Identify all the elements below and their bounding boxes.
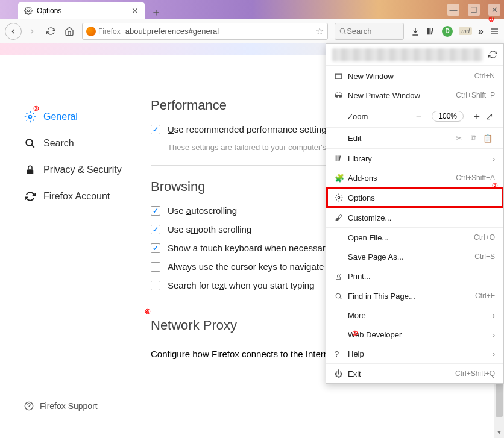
- annotation-5: ⑤: [352, 330, 358, 337]
- cut-icon[interactable]: ✂: [452, 134, 466, 143]
- back-button[interactable]: [5, 23, 22, 40]
- lock-icon: [24, 164, 36, 175]
- urlbar[interactable]: Firefox about:preferences#general ☆: [82, 23, 328, 40]
- sidebar-item-general[interactable]: General ③: [24, 104, 139, 130]
- fullscreen-icon[interactable]: ⤢: [483, 111, 495, 122]
- zoom-in-button[interactable]: ＋: [471, 110, 483, 123]
- search-input[interactable]: [347, 27, 395, 36]
- annotation-2: ②: [492, 182, 498, 190]
- mask-icon: 🕶: [335, 91, 348, 100]
- gear-icon: [24, 111, 36, 123]
- overflow-icon[interactable]: »: [478, 26, 484, 37]
- toolbar: Firefox about:preferences#general ☆ D md…: [0, 19, 504, 43]
- forward-button[interactable]: [24, 23, 40, 40]
- svg-point-0: [27, 10, 30, 12]
- sidebar-item-privacy[interactable]: Privacy & Security: [24, 157, 139, 183]
- menu-new-window[interactable]: 🗔New WindowCtrl+N: [326, 66, 503, 86]
- menu-edit: Edit ✂ ⧉ 📋: [326, 128, 503, 148]
- svg-point-8: [29, 116, 32, 119]
- copy-icon[interactable]: ⧉: [466, 133, 480, 143]
- svg-point-16: [336, 293, 341, 298]
- search-icon: [339, 27, 347, 35]
- tab-title: Options: [37, 7, 131, 15]
- url-text[interactable]: about:preferences#general: [125, 27, 316, 36]
- sidebar-item-account[interactable]: Firefox Account: [24, 183, 139, 210]
- firefox-support-link[interactable]: Firefox Support: [24, 401, 98, 411]
- browser-tab[interactable]: Options ✕: [18, 2, 145, 19]
- svg-point-1: [340, 28, 345, 33]
- svg-rect-2: [427, 28, 429, 34]
- menu-new-private[interactable]: 🕶New Private WindowCtrl+Shift+P: [326, 86, 503, 105]
- svg-rect-12: [336, 155, 337, 161]
- checkbox-icon[interactable]: [151, 243, 160, 253]
- menu-more[interactable]: More›: [326, 305, 503, 325]
- checkbox-icon[interactable]: [151, 262, 160, 272]
- checkbox-icon[interactable]: [151, 125, 160, 134]
- search-icon: [24, 138, 36, 149]
- downloads-icon[interactable]: [411, 27, 420, 36]
- firefox-logo-icon: [86, 27, 96, 36]
- scroll-down-icon[interactable]: ▼: [494, 428, 504, 438]
- svg-rect-10: [27, 169, 34, 174]
- svg-rect-14: [339, 155, 341, 161]
- sidebar: General ③ Search Privacy & Security Fire…: [0, 55, 139, 438]
- bookmark-star-icon[interactable]: ☆: [315, 25, 324, 37]
- question-icon: ?: [335, 349, 348, 358]
- new-tab-button[interactable]: ＋: [147, 5, 165, 19]
- menu-zoom: Zoom − 100% ＋ ⤢: [326, 105, 503, 127]
- sidebar-label: Search: [43, 138, 74, 149]
- zoom-value[interactable]: 100%: [432, 111, 464, 122]
- menu-addons[interactable]: 🧩Add-onsCtrl+Shift+A: [326, 168, 503, 187]
- hamburger-menu-button[interactable]: [490, 27, 499, 36]
- question-icon: [24, 401, 34, 411]
- library-icon: [335, 154, 348, 163]
- search-box[interactable]: [335, 23, 404, 40]
- menu-options[interactable]: ② Options: [326, 187, 503, 208]
- svg-rect-3: [430, 28, 431, 34]
- close-window-button[interactable]: ✕: [488, 4, 500, 16]
- account-blurred: [332, 48, 482, 61]
- checkbox-icon[interactable]: [151, 225, 160, 234]
- menu-exit[interactable]: ⏻ExitCtrl+Shift+Q: [326, 364, 503, 383]
- annotation-3: ③: [33, 105, 39, 113]
- maximize-button[interactable]: ☐: [468, 4, 480, 16]
- menu-save-as[interactable]: Save Page As...Ctrl+S: [326, 247, 503, 266]
- close-tab-icon[interactable]: ✕: [131, 6, 139, 16]
- window-icon: 🗔: [335, 72, 348, 81]
- paste-icon[interactable]: 📋: [480, 134, 495, 143]
- annotation-1: ①: [488, 16, 494, 23]
- gear-icon: [24, 7, 33, 15]
- library-icon[interactable]: [426, 27, 436, 36]
- menu-open-file[interactable]: Open File...Ctrl+O: [326, 228, 503, 247]
- sidebar-label: Firefox Account: [43, 191, 110, 202]
- sync-refresh-icon[interactable]: [488, 50, 497, 59]
- gear-icon: [335, 193, 348, 202]
- sidebar-label: General: [43, 111, 78, 122]
- sidebar-item-search[interactable]: Search: [24, 130, 139, 157]
- svg-rect-4: [431, 28, 433, 34]
- reload-button[interactable]: [42, 23, 59, 40]
- svg-point-15: [338, 196, 340, 199]
- menu-print[interactable]: 🖨Print...: [326, 266, 503, 286]
- printer-icon: 🖨: [335, 272, 348, 281]
- menu-customize[interactable]: 🖌Customize...: [326, 208, 503, 227]
- menu-account-row[interactable]: [326, 44, 503, 66]
- home-button[interactable]: [61, 23, 78, 40]
- menu-library[interactable]: Library›: [326, 149, 503, 168]
- extension-icon[interactable]: D: [442, 26, 453, 37]
- zoom-out-button[interactable]: −: [412, 111, 424, 122]
- checkbox-icon[interactable]: [151, 206, 160, 216]
- checkbox-icon[interactable]: [151, 281, 160, 290]
- md-badge-icon[interactable]: md: [459, 27, 472, 35]
- titlebar: Options ✕ ＋ — ☐ ✕: [0, 0, 504, 19]
- menu-help[interactable]: ?Help›: [326, 344, 503, 363]
- menu-find[interactable]: Find in This Page...Ctrl+F: [326, 286, 503, 305]
- network-desc: Configure how Firefox connects to the In…: [151, 349, 336, 359]
- paintbrush-icon: 🖌: [335, 213, 348, 222]
- search-icon: [335, 292, 348, 300]
- identity-badge: Firefox: [86, 27, 121, 36]
- svg-rect-13: [338, 155, 339, 161]
- minimize-button[interactable]: —: [447, 4, 459, 16]
- power-icon: ⏻: [335, 369, 348, 378]
- puzzle-icon: 🧩: [335, 174, 348, 183]
